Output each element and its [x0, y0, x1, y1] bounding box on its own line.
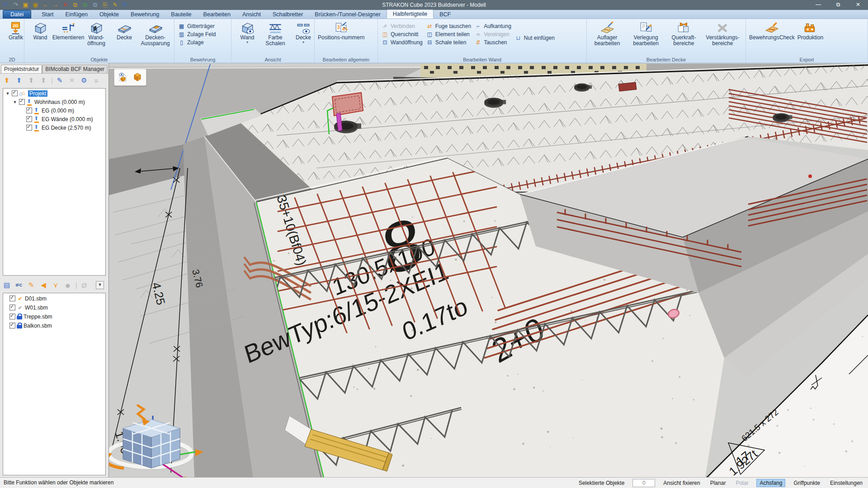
file-item-treppe-sbm[interactable]: Treppe.sbm [3, 313, 105, 320]
ribbon-button-produktion[interactable]: Produktion [796, 21, 825, 41]
checkbox[interactable] [9, 323, 15, 328]
tab-bearbeiten[interactable]: Bearbeiten [197, 10, 236, 19]
file-toolbar-overflow-button[interactable]: ▼ [96, 281, 104, 289]
expander-icon[interactable]: ▼ [5, 91, 10, 96]
checkbox[interactable] [26, 108, 32, 113]
expander-icon[interactable]: ▼ [12, 100, 18, 104]
ribbon-button-gitterträger[interactable]: ▦Gitterträger [176, 22, 217, 30]
ribbon-button-verstärkungs-bereiche[interactable]: Verstärkungs-bereiche [702, 21, 744, 47]
tab-halbfertigteile[interactable]: Halbfertigteile [387, 9, 434, 19]
checkbox[interactable] [12, 90, 18, 96]
ribbon-button-fuge-tauschen[interactable]: ⇄Fuge tauschen [425, 22, 473, 30]
ribbon-button-elementieren[interactable]: Elementieren [54, 21, 82, 41]
add-model-icon[interactable]: ▤ [2, 281, 11, 289]
file-item-d01-sbm[interactable]: ✔D01.sbm [3, 295, 105, 302]
wall-3d-icon [33, 21, 48, 35]
ribbon-button-farbe-schalen[interactable]: Farbe Schalen [261, 21, 289, 47]
status-toggle-achsfang[interactable]: Achsfang [756, 479, 785, 487]
tree-item-projekt[interactable]: ▼Projekt [3, 89, 105, 97]
close-button[interactable]: ✕ [848, 0, 868, 10]
ribbon-button-tauschen[interactable]: ⇵Tauschen [473, 38, 513, 46]
delete-x-icon[interactable]: ✕ [67, 76, 76, 84]
ribbon-button-nut-einfügen[interactable]: ⊔Nut einfügen [513, 34, 557, 42]
file-item-w01-sbm[interactable]: ✔W01.sbm [3, 304, 105, 311]
tab-datei[interactable]: Datei [3, 10, 31, 19]
file-item-balkon-sbm[interactable]: Balkon.sbm [3, 322, 105, 329]
ribbon-button-schale-teilen[interactable]: ⊟Schale teilen [425, 38, 473, 46]
ribbon-button-zulage-feld[interactable]: ▥Zulage Feld [176, 30, 217, 38]
checkbox[interactable] [9, 296, 15, 301]
tree-item-eg-decke-2-570-m-[interactable]: EG Decke (2.570 m) [3, 124, 105, 131]
lock-broadcast-icon[interactable]: ◀ [39, 281, 48, 289]
tree-item-eg-w-nde-0-000-m-[interactable]: EG Wände (0.000 m) [3, 115, 105, 123]
ribbon-button-wand[interactable]: Wand [26, 21, 54, 41]
ribbon-button-querschnitt[interactable]: ◫Querschnitt [380, 30, 425, 38]
checkbox[interactable] [26, 116, 32, 122]
ribbon-button-bewehrungscheck[interactable]: BewehrungsCheck [748, 21, 796, 41]
tab-einf-gen[interactable]: Einfügen [60, 10, 94, 19]
visibility-cube-button[interactable] [117, 71, 129, 83]
level-up-gray-1-icon[interactable]: ⬆ [27, 76, 36, 84]
ribbon-button-auflager-bearbeiten[interactable]: Auflager bearbeiten [589, 21, 626, 47]
ribbon-button-decken-aussparung[interactable]: Decken-Aussparung [138, 21, 172, 47]
status-toggle-griffpunkte[interactable]: Griffpunkte [792, 479, 821, 487]
tree-item-wohnhaus-0-000-m-[interactable]: ▼Wohnhaus (0.000 m) [3, 98, 105, 106]
share-icon[interactable]: ⋎ [51, 281, 60, 289]
tree-item-eg-0-000-m-[interactable]: EG (0.000 m) [3, 107, 105, 114]
model-viewport[interactable]: 8 130.5x100 BewTyp:6/15-2XEI1 0.17to 2+0… [109, 63, 868, 477]
checkbox[interactable] [9, 314, 15, 319]
separator-icon: | [75, 282, 76, 289]
ribbon-group-bearbeiten-allgemein: 34Positions-nummernBearbeiten allgemein [315, 19, 378, 63]
lattice-icon: ▦ [178, 23, 185, 29]
ribbon-button-decke[interactable]: Decke [110, 21, 138, 41]
tab-br-cken-tunnel-designer[interactable]: Brücken-/Tunnel-Designer [309, 10, 386, 19]
check-gray-icon: ✔ [17, 305, 24, 311]
layers-icon[interactable]: ≡ [92, 77, 101, 84]
dark-red-block [618, 82, 637, 91]
status-toggle-ansicht-fixieren[interactable]: Ansicht fixieren [661, 479, 702, 487]
tab-schalbretter[interactable]: Schalbretter [267, 10, 309, 19]
ribbon-button-element-teilen[interactable]: ◫Element teilen [425, 30, 473, 38]
ribbon-group-objekte: WandElementierenWand-öffnungDeckeDecken-… [24, 19, 175, 63]
layer-stack-button[interactable] [132, 71, 143, 83]
tab-bewehrung[interactable]: Bewehrung [125, 10, 165, 19]
edit-pen-icon[interactable]: ✎ [55, 76, 64, 84]
tab-objekte[interactable]: Objekte [94, 10, 125, 19]
tab-bcf[interactable]: BCF [434, 10, 457, 19]
level-up-blue-icon[interactable]: ⬆ [14, 76, 24, 84]
checkbox[interactable] [9, 305, 15, 310]
ribbon-button-zulage[interactable]: ▯Zulage [176, 38, 217, 46]
ribbon-button-decke[interactable]: Decke▾ [289, 21, 317, 44]
add-ifc-icon[interactable]: IFC [14, 283, 24, 287]
ribbon-button-wandöffnung[interactable]: ⊡Wandöffnung [380, 38, 425, 46]
status-toggle-polar[interactable]: Polar [734, 479, 750, 487]
checkbox[interactable] [19, 99, 25, 105]
tab-ansicht[interactable]: Ansicht [236, 10, 267, 19]
ribbon-button-wand[interactable]: Wand▾ [233, 21, 261, 44]
unlink-icon[interactable]: Ø [80, 282, 89, 289]
ribbon-button-positions-nummern[interactable]: 34Positions-nummern [316, 21, 366, 41]
settings-gear-icon[interactable]: ⚙ [80, 76, 89, 84]
sidebar-tab-projektstruktur[interactable]: Projektstruktur [1, 65, 42, 73]
ribbon-button-aufkantung[interactable]: ⌐Aufkantung [473, 22, 513, 30]
level-icon [33, 116, 40, 122]
edit-levels-icon[interactable]: ✎ [27, 281, 36, 289]
restore-button[interactable]: ⧉ [828, 0, 848, 10]
merge-icon: ≍ [475, 31, 481, 38]
ribbon-button-wand-öffnung[interactable]: Wand-öffnung [82, 21, 110, 47]
level-up-orange-icon[interactable]: ⬆ [2, 76, 11, 84]
level-up-gray-2-icon[interactable]: ⬆ [39, 76, 48, 84]
ribbon-button-querkraft-bereiche[interactable]: Querkraft-bereiche [666, 21, 702, 47]
ribbon-button-vereinigen: ≍Vereinigen [473, 30, 513, 38]
status-toggle-einstellungen[interactable]: Einstellungen [828, 479, 864, 487]
zulage-feld-icon: ▥ [178, 31, 185, 38]
checkbox[interactable] [26, 125, 32, 131]
sidebar-tab-bimcollab-bcf-manager[interactable]: BIMcollab BCF Manager [42, 65, 108, 73]
status-toggle-planar[interactable]: Planar [708, 479, 728, 487]
tab-bauteile[interactable]: Bauteile [165, 10, 197, 19]
ribbon-button-verlegung-bearbeiten[interactable]: Verlegung bearbeiten [626, 21, 666, 47]
tab-start[interactable]: Start [36, 10, 59, 19]
split-shell-icon: ⊟ [426, 39, 433, 46]
user-icon[interactable]: ☻ [63, 282, 72, 289]
minimize-button[interactable]: — [808, 0, 828, 10]
